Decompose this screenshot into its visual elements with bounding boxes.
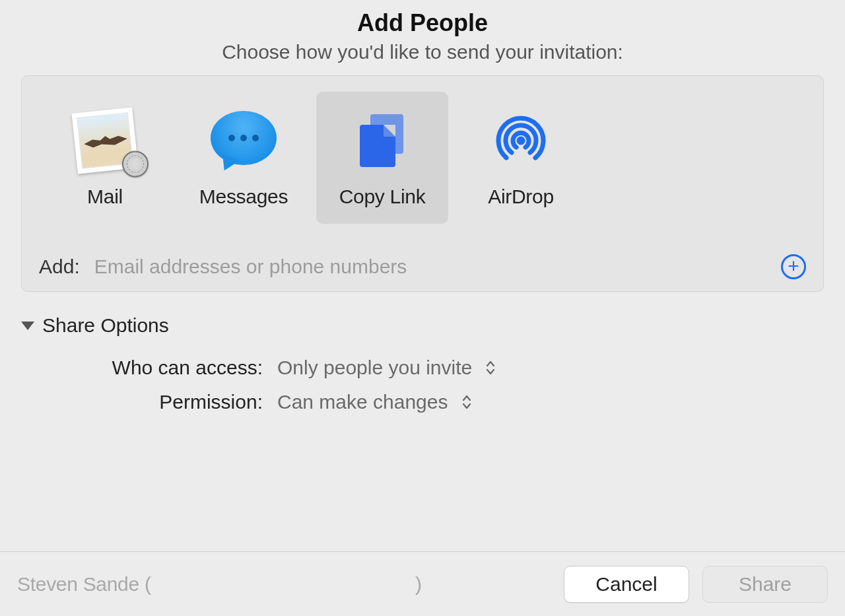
share-method-panel: Mail Messages — [21, 75, 824, 292]
share-method-mail[interactable]: Mail — [39, 92, 171, 224]
share-method-label: Mail — [87, 186, 123, 208]
share-method-messages[interactable]: Messages — [178, 92, 310, 224]
owner-suffix: ) — [151, 573, 422, 596]
share-method-label: Copy Link — [339, 186, 426, 208]
dialog-header: Add People Choose how you'd like to send… — [0, 9, 845, 63]
share-method-label: Messages — [199, 186, 288, 208]
access-value: Only people you invite — [277, 357, 472, 379]
add-people-dialog: Add People Choose how you'd like to send… — [0, 0, 845, 616]
share-method-label: AirDrop — [488, 186, 554, 208]
permission-row: Permission: Can make changes — [21, 391, 824, 413]
permission-value: Can make changes — [277, 391, 448, 413]
cancel-button[interactable]: Cancel — [564, 566, 689, 603]
messages-icon — [211, 108, 277, 174]
plus-icon: + — [788, 256, 799, 276]
disclosure-triangle-icon — [21, 322, 34, 330]
share-method-copy-link[interactable]: Copy Link — [316, 92, 448, 224]
copy-link-icon — [349, 108, 415, 174]
dialog-title: Add People — [0, 9, 845, 37]
permission-label: Permission: — [21, 391, 277, 413]
share-method-row: Mail Messages — [39, 92, 806, 224]
share-options-title: Share Options — [42, 314, 169, 337]
owner-prefix: Steven Sande ( — [17, 573, 151, 595]
access-select[interactable]: Only people you invite — [277, 357, 496, 379]
share-options-section: Share Options Who can access: Only peopl… — [21, 314, 824, 425]
cancel-button-label: Cancel — [595, 573, 657, 596]
access-row: Who can access: Only people you invite — [21, 357, 824, 379]
permission-select[interactable]: Can make changes — [277, 391, 472, 413]
share-button-label: Share — [739, 573, 792, 596]
add-label: Add: — [39, 256, 80, 278]
share-button[interactable]: Share — [702, 566, 828, 603]
share-method-airdrop[interactable]: AirDrop — [455, 92, 587, 224]
mail-icon — [72, 108, 138, 174]
dialog-footer: Steven Sande () Cancel Share — [0, 551, 845, 616]
add-people-input[interactable] — [94, 256, 774, 278]
dialog-subtitle: Choose how you'd like to send your invit… — [0, 41, 845, 63]
add-contact-button[interactable]: + — [781, 254, 806, 279]
owner-text: Steven Sande () — [17, 573, 551, 596]
svg-point-3 — [517, 137, 525, 145]
add-people-row: Add: + — [39, 254, 806, 279]
airdrop-icon — [488, 108, 554, 174]
access-label: Who can access: — [21, 357, 277, 379]
share-options-toggle[interactable]: Share Options — [21, 314, 824, 337]
chevron-up-down-icon — [461, 394, 472, 410]
chevron-up-down-icon — [485, 360, 496, 376]
